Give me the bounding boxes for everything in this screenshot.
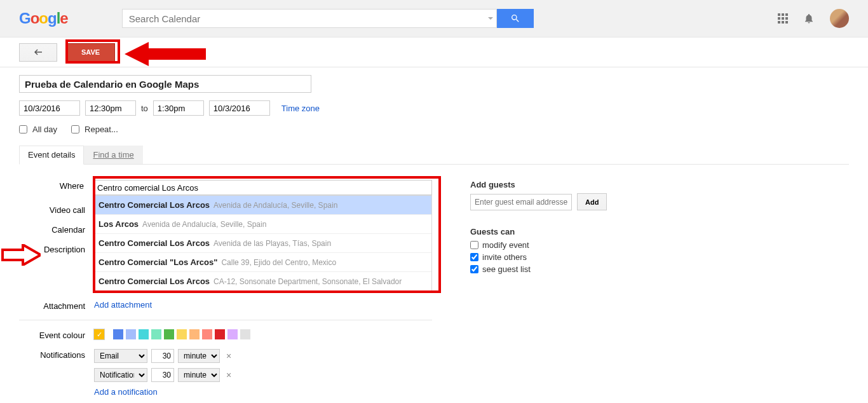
notifications-label: Notifications <box>19 349 94 360</box>
search-input[interactable] <box>122 9 497 28</box>
save-button[interactable]: SAVE <box>66 43 115 62</box>
tab-find-a-time[interactable]: Find a time <box>84 146 142 164</box>
suggestion-item[interactable]: Centro Comercial Los ArcosAvenida de las… <box>93 234 431 253</box>
add-guests-heading: Add guests <box>470 180 648 189</box>
to-label: to <box>141 104 148 113</box>
colour-swatch[interactable] <box>113 329 123 339</box>
guests-invite-row: invite others <box>470 252 648 262</box>
guests-can-heading: Guests can <box>470 227 648 236</box>
row-notifications: Notifications Email minutes × Notificati… <box>19 349 432 397</box>
remove-notification-icon[interactable]: × <box>224 351 234 361</box>
colour-swatch[interactable] <box>151 329 161 339</box>
calendar-label: Calendar <box>19 224 94 235</box>
notifications-list: Email minutes × Notification minutes × A… <box>94 349 234 397</box>
guests-invite-checkbox[interactable] <box>470 253 478 261</box>
attachment-label: Attachment <box>19 300 94 311</box>
description-label: Description <box>19 243 94 254</box>
suggestion-addr: Avenida de Andalucía, Seville, Spain <box>214 201 337 210</box>
header-bar: Google <box>0 0 868 38</box>
videocall-label: Video call <box>19 204 94 215</box>
avatar[interactable] <box>830 9 849 28</box>
start-date-input[interactable] <box>19 100 80 116</box>
guests-modify-checkbox[interactable] <box>470 241 478 249</box>
header-right <box>778 9 849 28</box>
suggestion-name: Centro Comercial Los Arcos <box>98 277 210 286</box>
notification-row: Email minutes × <box>94 349 234 363</box>
guests-seelist-checkbox[interactable] <box>470 265 478 273</box>
suggestion-name: Centro Comercial "Los Arcos" <box>98 257 217 267</box>
row-attachment: Attachment Add attachment <box>19 300 432 311</box>
repeat-checkbox[interactable] <box>71 125 79 133</box>
options-row: All day Repeat... <box>19 125 849 134</box>
add-attachment-link[interactable]: Add attachment <box>94 300 152 311</box>
colour-swatch[interactable] <box>227 329 238 339</box>
search-dropdown-arrow[interactable] <box>488 17 493 20</box>
suggestion-item[interactable]: Centro Comercial "Los Arcos"Calle 39, Ej… <box>93 253 431 272</box>
colour-label: Event colour <box>19 329 94 340</box>
guest-input-row: Add <box>470 193 648 210</box>
end-date-input[interactable] <box>209 100 270 116</box>
suggestion-addr: Avenida de Andalucía, Seville, Spain <box>142 220 266 229</box>
google-logo[interactable]: Google <box>19 10 68 27</box>
guests-can: Guests can modify event invite others se… <box>470 227 648 274</box>
where-suggestions: Centro Comercial Los ArcosAvenida de And… <box>93 195 432 291</box>
back-arrow-icon <box>32 48 44 56</box>
colour-swatch[interactable] <box>215 329 225 339</box>
colour-swatch[interactable] <box>240 329 250 339</box>
row-colour: Event colour ✓ <box>19 329 432 340</box>
event-title-input[interactable] <box>19 75 311 93</box>
search-icon <box>510 13 520 24</box>
suggestion-name: Centro Comercial Los Arcos <box>98 238 210 248</box>
suggestion-item[interactable]: Los ArcosAvenida de Andalucía, Seville, … <box>93 215 431 234</box>
svg-marker-0 <box>125 42 206 66</box>
colour-swatch[interactable] <box>202 329 212 339</box>
allday-checkbox[interactable] <box>19 125 27 133</box>
colour-swatch[interactable] <box>164 329 174 339</box>
colour-swatches: ✓ <box>94 329 250 340</box>
notif-unit-select[interactable]: minutes <box>178 368 220 382</box>
suggestion-addr: Avenida de las Playas, Tías, Spain <box>214 239 331 248</box>
toolbar-group: SAVE <box>19 43 115 62</box>
colour-swatch[interactable] <box>139 329 149 339</box>
search-button[interactable] <box>497 9 534 28</box>
colour-swatch[interactable] <box>126 329 136 339</box>
search-wrap <box>122 9 534 28</box>
row-where: Where Centro Comercial Los ArcosAvenida … <box>19 180 432 195</box>
notif-value-input[interactable] <box>151 349 174 363</box>
apps-icon[interactable] <box>778 13 788 24</box>
guests-modify-row: modify event <box>470 240 648 250</box>
guests-invite-label: invite others <box>482 252 527 262</box>
start-time-input[interactable] <box>85 100 136 116</box>
suggestion-item[interactable]: Centro Comercial Los ArcosAvenida de And… <box>93 196 431 215</box>
notif-unit-select[interactable]: minutes <box>178 349 220 363</box>
suggestion-item[interactable]: Centro Comercial Los ArcosCA-12, Sonsona… <box>93 272 431 290</box>
add-notification-link[interactable]: Add a notification <box>94 387 158 397</box>
remove-notification-icon[interactable]: × <box>224 370 234 380</box>
add-guest-button[interactable]: Add <box>577 193 607 210</box>
suggestion-addr: Calle 39, Ejido del Centro, Mexico <box>221 258 336 267</box>
guest-email-input[interactable] <box>470 194 572 210</box>
date-row: to Time zone <box>19 100 849 116</box>
tab-event-details[interactable]: Event details <box>19 146 84 165</box>
where-input[interactable] <box>93 180 432 195</box>
suggestion-name: Centro Comercial Los Arcos <box>98 200 210 210</box>
guests-seelist-label: see guest list <box>482 264 531 274</box>
notif-type-select[interactable]: Notification <box>94 368 147 382</box>
details-left: Where Centro Comercial Los ArcosAvenida … <box>19 180 432 403</box>
colour-swatch[interactable] <box>189 329 200 339</box>
details-right: Add guests Add Guests can modify event i… <box>470 180 648 403</box>
guests-seelist-row: see guest list <box>470 264 648 274</box>
notif-value-input[interactable] <box>151 368 174 382</box>
end-time-input[interactable] <box>153 100 204 116</box>
notif-type-select[interactable]: Email <box>94 349 147 363</box>
colour-swatch[interactable] <box>177 329 187 339</box>
divider <box>19 320 432 320</box>
notification-row: Notification minutes × <box>94 368 234 382</box>
colour-swatch[interactable]: ✓ <box>94 329 104 339</box>
back-button[interactable] <box>19 43 57 62</box>
allday-label: All day <box>32 125 57 134</box>
content: to Time zone All day Repeat... Event det… <box>0 67 868 403</box>
notifications-icon[interactable] <box>803 13 815 24</box>
where-input-wrap: Centro Comercial Los ArcosAvenida de And… <box>93 180 432 195</box>
timezone-link[interactable]: Time zone <box>281 104 320 113</box>
